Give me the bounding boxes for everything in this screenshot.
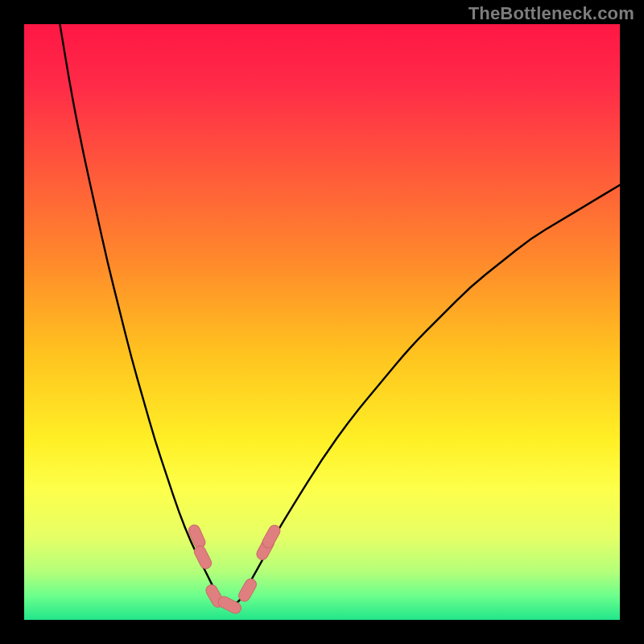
marker-left-cluster-top bbox=[187, 523, 207, 550]
marker-trough-right bbox=[237, 577, 258, 604]
marker-right-cluster-b bbox=[261, 523, 283, 550]
watermark-text: TheBottleneck.com bbox=[469, 3, 634, 24]
trough-markers bbox=[187, 523, 282, 616]
marker-left-cluster-mid bbox=[192, 544, 213, 571]
curve-layer bbox=[24, 24, 620, 620]
chart-stage: TheBottleneck.com bbox=[0, 0, 644, 644]
bottleneck-curve bbox=[60, 24, 620, 605]
plot-area bbox=[24, 24, 620, 620]
